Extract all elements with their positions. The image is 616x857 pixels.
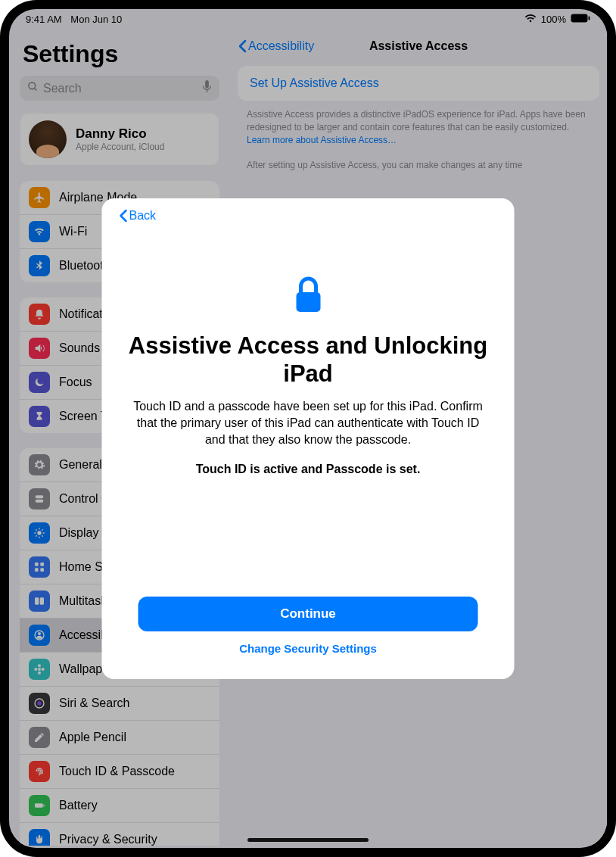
sheet-status: Touch ID is active and Passcode is set. [119, 463, 498, 476]
svg-rect-32 [296, 292, 320, 312]
assistive-access-sheet: Back Assistive Access and Unlocking iPad… [102, 198, 515, 679]
sheet-body: Touch ID and a passcode have been set up… [119, 398, 498, 447]
change-security-settings-link[interactable]: Change Security Settings [119, 631, 498, 665]
home-indicator[interactable] [247, 838, 369, 842]
sheet-back-label: Back [129, 209, 157, 223]
chevron-left-icon [119, 209, 128, 223]
lock-icon [119, 276, 498, 318]
sheet-back-button[interactable]: Back [119, 209, 498, 223]
continue-button[interactable]: Continue [138, 597, 478, 631]
sheet-title: Assistive Access and Unlocking iPad [119, 332, 498, 388]
